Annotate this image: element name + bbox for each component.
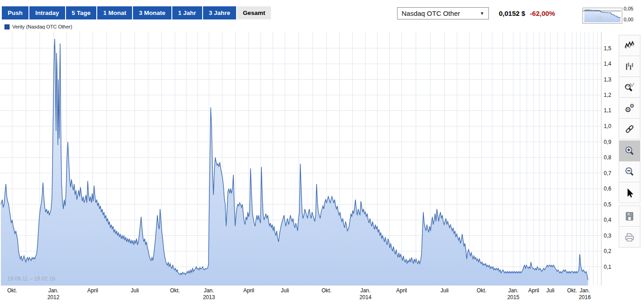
x-tick-label: Juli [440,287,449,294]
chart-toolbar: ⚙ ⚙ [619,35,640,248]
mini-chart-canvas [583,8,622,23]
y-tick-label: 0,6 [604,186,617,192]
x-tick-label: Okt. [477,287,487,294]
y-tick-label: 0,8 [604,154,617,161]
gears-icon: ⚙ ⚙ [624,102,635,114]
x-tick-label: Okt. [170,287,180,294]
range-button-push[interactable]: Push [2,6,28,19]
range-button-1-jahr[interactable]: 1 Jahr [172,6,202,19]
range-buttons: PushIntraday5 Tage1 Monat3 Monate1 Jahr3… [2,6,271,19]
settings-button[interactable]: ⚙ ⚙ [619,97,640,119]
x-tick-label: Jan.2014 [360,287,372,300]
y-tick-label: 0,2 [604,248,617,254]
exchange-dropdown-value: Nasdaq OTC Other [402,10,460,17]
x-tick-label: Okt. [322,287,331,294]
cursor-arrow-icon [624,187,635,199]
svg-text:⚙: ⚙ [630,102,635,109]
x-tick-label: Okt. [7,287,17,294]
x-tick-label: Juli [546,287,554,294]
y-tick-label: 0,4 [604,217,617,223]
range-button-3-jahre[interactable]: 3 Jahre [203,6,236,19]
exchange-dropdown[interactable]: Nasdaq OTC Other ▼ [397,7,489,19]
x-tick-label: Juli [281,287,289,294]
main-chart-plot[interactable] [0,32,601,286]
x-tick-label: April [243,287,254,294]
y-tick-label: 1,2 [604,92,617,98]
x-tick-label: April [396,287,407,294]
save-button[interactable] [619,205,640,227]
pointer-tool-button[interactable] [619,182,640,203]
y-tick-label: 0,9 [604,139,617,145]
magnifier-chart-icon [624,81,635,93]
x-tick-label: Juli [131,287,139,294]
range-button-1-monat[interactable]: 1 Monat [97,6,132,19]
x-tick-label: Jan.2013 [203,287,215,300]
x-tick-label: April [87,287,98,294]
x-tick-label: Jan.2015 [507,287,520,300]
range-button-3-monate[interactable]: 3 Monate [133,6,171,19]
y-tick-label: 0,3 [604,233,617,239]
range-button-5-tage[interactable]: 5 Tage [66,6,97,19]
y-tick-label: 0,1 [604,264,617,270]
y-tick-label: 1,5 [604,45,617,52]
series-color-swatch [5,24,9,29]
print-button[interactable] [619,226,640,248]
date-range-watermark: 19.09.11 – 19.02.16 [7,276,55,282]
last-price: 0,0152 $ [499,10,525,17]
y-tick-label: 1,1 [604,107,617,114]
y-tick-label: 1,4 [604,61,617,67]
x-tick-label: Okt. [567,287,577,294]
mini-chart-min-label: 0,00 [624,17,633,22]
line-chart-icon [624,40,635,52]
y-tick-label: 0,5 [604,201,617,208]
y-tick-label: 1,3 [604,76,617,83]
y-tick-label: 0,7 [604,170,617,176]
chevron-down-icon: ▼ [480,11,484,16]
chart-type-bars-button[interactable] [619,56,640,77]
floppy-disk-icon [624,210,635,222]
chart-type-line-button[interactable] [619,35,640,56]
range-button-gesamt[interactable]: Gesamt [237,6,271,19]
analysis-button[interactable] [619,76,640,98]
price-change: -62,00% [530,10,555,17]
x-tick-label: Jan.2016 [579,287,591,300]
mini-chart-watermark: 19 [596,14,602,21]
y-tick-label: 1,0 [604,123,617,129]
zoom-out-button[interactable] [619,161,640,182]
x-tick-label: Jan.2012 [47,287,60,300]
chart-application: PushIntraday5 Tage1 Monat3 Monate1 Jahr3… [0,0,644,305]
legend-label: Verity (Nasdaq OTC Other) [12,24,72,29]
mini-overview-chart: 19 [582,8,622,24]
price-block: 0,0152 $ -62,00% [499,10,555,17]
legend: Verity (Nasdaq OTC Other) [5,24,72,29]
compare-button[interactable] [619,118,640,139]
zoom-out-icon [624,166,635,178]
link-icon [624,123,635,135]
zoom-in-icon [624,145,635,157]
x-tick-label: April [528,287,539,294]
zoom-in-button[interactable] [619,140,640,162]
range-button-intraday[interactable]: Intraday [29,6,65,19]
mini-chart-max-label: 0,05 [624,6,633,11]
bar-chart-icon [624,61,635,72]
printer-icon [624,231,635,243]
